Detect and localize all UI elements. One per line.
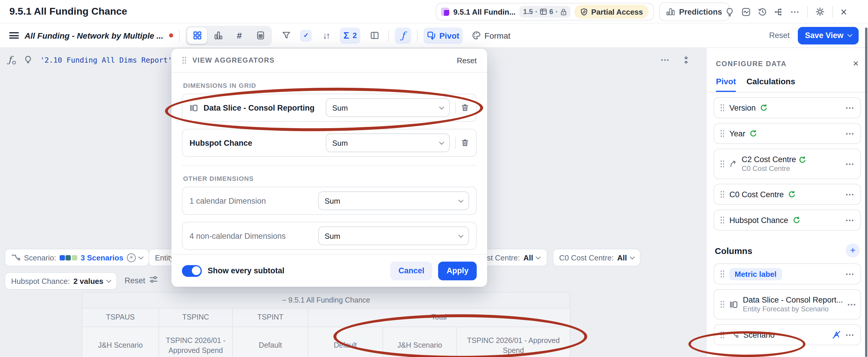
cancel-button[interactable]: Cancel xyxy=(390,261,433,280)
panel-close-icon[interactable]: × xyxy=(853,59,859,68)
column-row-scenario[interactable]: Scenario ••• xyxy=(714,324,861,345)
table-cell[interactable]: J&H Scenario xyxy=(383,327,457,357)
tab-calculations[interactable]: Calculations xyxy=(746,77,795,92)
table-cell[interactable]: Default xyxy=(233,327,308,357)
grid-more-menu-icon[interactable]: ••• xyxy=(661,57,670,63)
dimension-row-c2-cost-centre[interactable]: C2 Cost Centre C0 Cost Centre ••• xyxy=(714,149,861,179)
hubspot-filter-label: Hubspot Chance: xyxy=(11,276,70,285)
cost-centre-filter-chip[interactable]: st Centre: All xyxy=(479,249,548,266)
dimension-row-version[interactable]: Version ••• xyxy=(714,97,861,118)
reset-view-button[interactable]: Reset xyxy=(769,31,790,40)
clear-filter-icon[interactable]: × xyxy=(127,253,136,262)
drag-handle[interactable] xyxy=(720,331,725,339)
board-breadcrumb[interactable]: 9.5.1 All Fundin... 1.5 · 6 · Partial Ac… xyxy=(436,3,654,21)
divider xyxy=(832,6,833,18)
drag-handle[interactable] xyxy=(720,270,725,278)
sort-button[interactable]: ↓↑ xyxy=(318,27,334,43)
aggregators-button[interactable]: Σ 2 xyxy=(340,27,360,43)
drag-handle[interactable] xyxy=(720,216,725,224)
formula-input[interactable]: '2.10 Funding All Dims Report'[E xyxy=(40,55,181,64)
add-column-button[interactable]: + xyxy=(846,243,860,258)
chart-view-button[interactable] xyxy=(208,27,228,43)
palette-icon xyxy=(472,31,481,40)
activity-icon[interactable] xyxy=(742,7,750,16)
idea-icon[interactable] xyxy=(725,7,734,16)
row-menu-icon[interactable]: ••• xyxy=(846,331,855,338)
table-group-header[interactable]: − 9.5.1 All Funding Chance xyxy=(83,293,570,308)
row-menu-icon[interactable]: ••• xyxy=(846,191,855,198)
board-meta-badge[interactable]: 1.5 · 6 · xyxy=(520,6,570,18)
table-cell[interactable]: Default xyxy=(308,327,383,357)
card-view-button[interactable] xyxy=(250,27,270,43)
filter-settings-icon[interactable] xyxy=(149,276,158,283)
column-header[interactable]: TSPINT xyxy=(233,308,308,327)
table-cell[interactable]: TSPINC 2026/01 - Approved Spend xyxy=(159,327,233,357)
trash-icon[interactable] xyxy=(461,103,469,112)
filter-applied-check-icon[interactable]: ✓ xyxy=(300,30,312,41)
drag-handle[interactable] xyxy=(720,160,725,168)
aggregator-select[interactable]: Sum xyxy=(318,227,469,245)
top-bar-actions: ••• × xyxy=(725,0,847,23)
aggregator-count: 2 xyxy=(353,31,357,40)
grid-view-button[interactable] xyxy=(187,27,207,43)
pivot-button[interactable]: Pivot xyxy=(424,27,463,43)
aggregator-select[interactable]: Sum xyxy=(326,133,450,152)
row-menu-icon[interactable]: ••• xyxy=(846,161,855,167)
aggregator-select[interactable]: Sum xyxy=(318,191,469,210)
more-menu-icon[interactable]: ••• xyxy=(791,8,800,15)
row-menu-icon[interactable]: ••• xyxy=(846,130,855,137)
filter-button[interactable] xyxy=(278,27,294,43)
reset-filters-button[interactable]: Reset xyxy=(125,276,145,285)
tab-pivot[interactable]: Pivot xyxy=(716,77,736,92)
panel-tabs: Pivot Calculations xyxy=(707,68,868,92)
drag-handle[interactable] xyxy=(720,300,725,308)
close-icon[interactable]: × xyxy=(840,6,847,17)
column-row-data-slice[interactable]: Data Slice - Consol Report... Entity For… xyxy=(714,289,861,320)
unsaved-changes-dot xyxy=(169,33,173,37)
drag-handle[interactable] xyxy=(720,190,725,199)
column-header[interactable]: Total xyxy=(308,308,570,327)
dimension-row-hubspot-chance[interactable]: Hubspot Chance ••• xyxy=(714,210,861,231)
drag-handle[interactable] xyxy=(182,56,187,64)
sigma-icon: Σ xyxy=(343,30,349,41)
freeze-columns-button[interactable] xyxy=(366,27,382,43)
gear-icon[interactable] xyxy=(815,7,825,17)
row-menu-icon[interactable]: ••• xyxy=(846,105,855,111)
row-menu-icon[interactable]: ••• xyxy=(847,301,856,307)
format-button[interactable]: Format xyxy=(469,27,514,43)
formula-button[interactable]: ƒ xyxy=(395,27,411,43)
row-menu-icon[interactable]: ••• xyxy=(846,217,855,223)
column-row-metric-label[interactable]: Metric label ••• xyxy=(714,263,861,285)
divider xyxy=(417,30,417,41)
save-view-button[interactable]: Save View xyxy=(798,27,859,44)
collapse-rows-icon[interactable] xyxy=(683,55,690,64)
dimension-row-c0-cost-centre[interactable]: C0 Cost Centre ••• xyxy=(714,184,861,205)
history-icon[interactable] xyxy=(758,7,767,16)
apply-button[interactable]: Apply xyxy=(438,261,477,280)
dimension-row-year[interactable]: Year ••• xyxy=(714,123,861,144)
dialog-reset-button[interactable]: Reset xyxy=(457,56,477,65)
show-subtotal-toggle[interactable] xyxy=(182,265,202,276)
aggregator-select[interactable]: Sum xyxy=(326,98,450,117)
row-menu-icon[interactable]: ••• xyxy=(846,271,855,277)
c0-cost-centre-filter-chip[interactable]: C0 Cost Centre: All xyxy=(553,249,641,266)
drag-handle[interactable] xyxy=(720,129,725,138)
hint-bulb-icon[interactable] xyxy=(24,56,32,64)
chevron-down-icon xyxy=(106,278,111,283)
aggregator-row-label: Data Slice - Consol Reporting xyxy=(204,103,315,112)
predictions-button[interactable]: Predictions xyxy=(659,2,729,21)
number-view-button[interactable]: # xyxy=(229,27,249,43)
scenario-filter-chip[interactable]: Scenario: 3 Scenarios × xyxy=(5,249,149,266)
menu-icon[interactable] xyxy=(9,32,19,39)
drag-handle[interactable] xyxy=(720,103,725,112)
column-header[interactable]: TSPINC xyxy=(159,308,233,327)
dimension-sublabel: C0 Cost Centre xyxy=(742,165,806,173)
trash-icon[interactable] xyxy=(461,139,469,147)
window-scrollbar[interactable] xyxy=(865,28,867,357)
hide-label-icon[interactable] xyxy=(832,331,841,339)
table-cell[interactable]: J&H Scenario xyxy=(83,327,159,357)
column-header[interactable]: TSPAUS xyxy=(83,308,159,327)
lineage-icon[interactable] xyxy=(774,7,783,16)
table-cell[interactable]: TSPINC 2026/01 - Approved Spend xyxy=(457,327,570,357)
hubspot-chance-filter-chip[interactable]: Hubspot Chance: 2 values xyxy=(5,272,117,290)
